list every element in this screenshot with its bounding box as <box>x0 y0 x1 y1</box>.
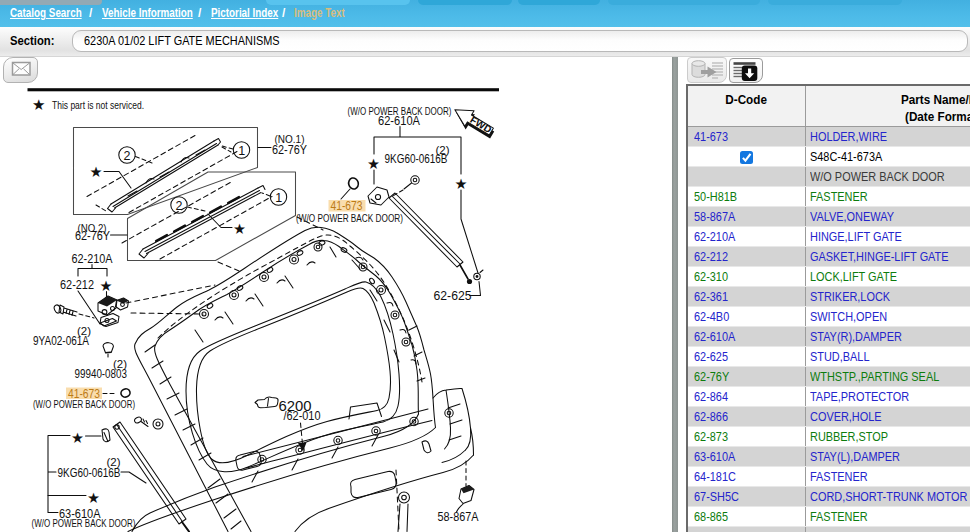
svg-text:9KG60-0616B: 9KG60-0616B <box>58 465 121 480</box>
svg-text:62-210A: 62-210A <box>72 251 113 266</box>
svg-text:62-76Y: 62-76Y <box>272 142 307 157</box>
svg-text:★: ★ <box>32 96 45 113</box>
svg-text:★: ★ <box>455 176 468 192</box>
svg-text:99940-0803: 99940-0803 <box>75 366 128 381</box>
svg-text:This part is not serviced.: This part is not serviced. <box>52 99 144 111</box>
svg-text:(W/O POWER BACK DOOR): (W/O POWER BACK DOOR) <box>32 518 136 529</box>
svg-text:9YA02-061A: 9YA02-061A <box>33 333 89 348</box>
svg-text:/62-010: /62-010 <box>284 408 321 423</box>
svg-text:58-867A: 58-867A <box>438 509 479 524</box>
svg-text:2: 2 <box>123 149 130 163</box>
svg-text:62-610A: 62-610A <box>378 113 420 128</box>
svg-text:62-625: 62-625 <box>434 288 472 303</box>
svg-text:(W/O POWER BACK DOOR): (W/O POWER BACK DOOR) <box>296 213 403 224</box>
svg-text:★: ★ <box>367 156 380 172</box>
svg-text:★: ★ <box>100 278 113 294</box>
svg-text:2: 2 <box>175 199 182 213</box>
svg-text:★: ★ <box>90 164 103 180</box>
svg-text:(W/O POWER BACK DOOR): (W/O POWER BACK DOOR) <box>33 399 135 410</box>
svg-text:1: 1 <box>275 191 282 205</box>
svg-text:1: 1 <box>238 144 245 158</box>
svg-text:★: ★ <box>87 490 100 506</box>
svg-text:41-673: 41-673 <box>331 199 363 213</box>
svg-text:★: ★ <box>71 430 84 446</box>
svg-text:★: ★ <box>233 221 246 237</box>
svg-text:9KG60-0616B: 9KG60-0616B <box>385 151 448 166</box>
svg-text:62-76Y: 62-76Y <box>75 228 110 243</box>
svg-text:62-212: 62-212 <box>60 277 94 292</box>
